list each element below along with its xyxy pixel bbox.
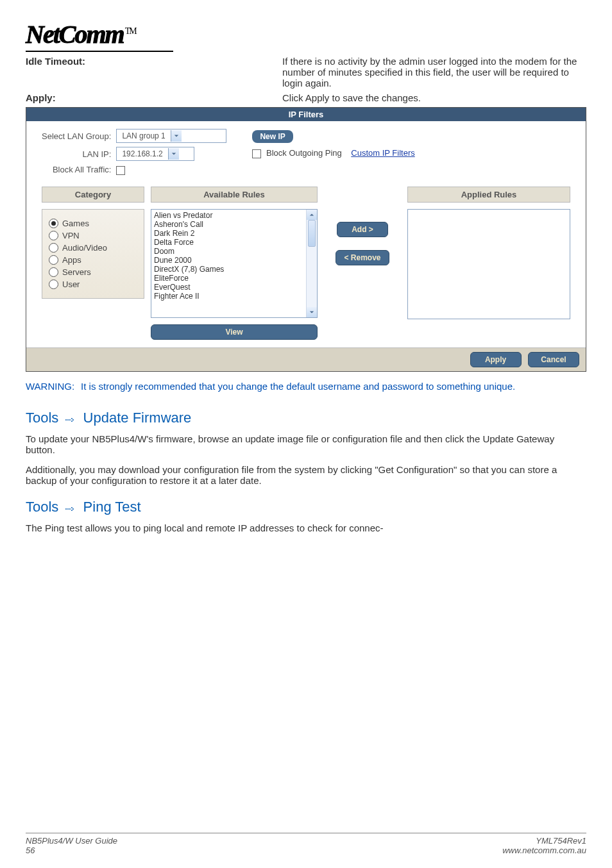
radio-icon [49,280,58,289]
radio-icon [49,267,58,277]
svg-point-0 [65,419,67,421]
category-label: Servers [62,267,91,277]
svg-point-8 [69,508,71,510]
footer-guide-title: NB5Plus4/W User Guide [26,836,117,846]
scroll-up-icon[interactable] [307,210,317,220]
radio-icon [49,231,58,240]
select-lan-group-value: LAN group 1 [117,131,170,140]
warning-text: It is strongly recommended that you chan… [81,381,515,392]
footer-url: www.netcomm.com.au [502,846,586,855]
chevron-down-icon [168,148,179,160]
custom-ip-filters-link[interactable]: Custom IP Filters [351,148,414,158]
list-item[interactable]: DirectX (7,8) Games [154,265,314,274]
page-footer: NB5Plus4/W User Guide 56 YML754Rev1 www.… [26,833,586,855]
lan-ip-value: 192.168.1.2 [117,149,167,158]
category-label: Audio/Video [62,243,107,253]
ip-filters-panel: IP Filters Select LAN Group: LAN group 1… [26,107,586,372]
ip-filters-title: IP Filters [26,108,586,121]
block-all-traffic-label: Block All Traffic: [42,165,111,174]
new-ip-pill: New IP [252,130,293,143]
category-radio-group: GamesVPNAudio/VideoAppsServersUser [42,209,144,299]
category-radio-apps[interactable]: Apps [49,255,137,265]
remove-button[interactable]: < Remove [336,250,389,265]
idle-timeout-label: Idle Timeout: [26,56,282,88]
category-label: VPN [62,231,80,240]
logo: NetCommTM [26,19,586,52]
list-item[interactable]: Asheron's Call [154,220,314,229]
block-outgoing-ping-label: Block Outgoing Ping [266,148,342,158]
arrow-right-icon [65,499,76,516]
list-item[interactable]: Dune 2000 [154,256,314,265]
select-lan-group-dropdown[interactable]: LAN group 1 [116,129,226,143]
cancel-button[interactable]: Cancel [528,352,579,367]
svg-point-11 [72,508,74,510]
block-all-traffic-checkbox[interactable] [116,166,125,175]
category-radio-user[interactable]: User [49,280,137,289]
warning-tag: WARNING: [26,381,74,392]
block-outgoing-ping-checkbox[interactable] [252,149,261,158]
category-radio-audio-video[interactable]: Audio/Video [49,243,137,253]
category-radio-vpn[interactable]: VPN [49,231,137,240]
heading-part-ping: Ping Test [83,499,141,515]
category-label: Apps [62,255,81,265]
apply-label: Apply: [26,92,282,103]
svg-point-7 [67,508,69,510]
add-button[interactable]: Add > [337,222,388,237]
svg-point-4 [71,421,72,422]
footer-page-number: 56 [26,846,117,855]
heading-part-update: Update Firmware [83,410,192,426]
radio-icon [49,255,58,265]
svg-point-10 [71,510,72,511]
update-firmware-paragraph-1: To update your NB5Plus4/W's firmware, br… [26,433,586,455]
lan-ip-dropdown[interactable]: 192.168.1.2 [116,147,194,161]
chevron-down-icon [171,130,182,142]
scroll-down-icon[interactable] [307,307,317,317]
category-radio-games[interactable]: Games [49,219,137,228]
scroll-thumb[interactable] [308,220,316,247]
svg-point-9 [71,507,72,508]
list-item[interactable]: Dark Rein 2 [154,229,314,238]
list-item[interactable]: Fighter Ace II [154,292,314,301]
ping-test-heading: Tools Ping Test [26,499,586,516]
list-item[interactable]: EliteForce [154,274,314,283]
list-item[interactable]: Doom [154,247,314,256]
radio-icon [49,219,58,228]
category-label: Games [62,219,89,228]
svg-point-3 [71,418,72,419]
available-rules-listbox[interactable]: Alien vs PredatorAsheron's CallDark Rein… [151,209,318,318]
arrow-right-icon [65,410,76,427]
category-radio-servers[interactable]: Servers [49,267,137,277]
update-firmware-heading: Tools Update Firmware [26,410,586,427]
svg-point-2 [69,419,71,421]
svg-point-5 [72,419,74,421]
apply-value: Click Apply to save the changes. [282,92,586,103]
category-header: Category [42,187,144,203]
scrollbar[interactable] [306,210,317,317]
list-item[interactable]: Alien vs Predator [154,211,314,220]
heading-part-tools-2: Tools [26,499,58,515]
available-rules-header: Available Rules [151,187,318,203]
svg-point-1 [67,419,69,421]
list-item[interactable]: EverQuest [154,283,314,292]
category-label: User [62,280,80,289]
logo-tm: TM [125,26,136,36]
ping-test-paragraph: The Ping test allows you to ping local a… [26,522,586,533]
update-firmware-paragraph-2: Additionally, you may download your conf… [26,464,586,486]
view-button[interactable]: View [151,324,318,340]
warning-note: WARNING: It is strongly recommended that… [26,381,586,392]
heading-part-tools: Tools [26,410,58,426]
applied-rules-header: Applied Rules [407,187,570,203]
idle-timeout-value: If there is no activity by the admin use… [282,56,586,88]
svg-point-6 [65,508,67,510]
footer-doc-rev: YML754Rev1 [502,836,586,846]
select-lan-group-label: Select LAN Group: [42,131,111,141]
list-item[interactable]: Delta Force [154,238,314,247]
logo-text: NetComm [26,20,124,49]
radio-icon [49,243,58,253]
apply-button[interactable]: Apply [470,352,522,367]
applied-rules-listbox[interactable] [407,209,570,319]
lan-ip-label: LAN IP: [42,149,111,159]
